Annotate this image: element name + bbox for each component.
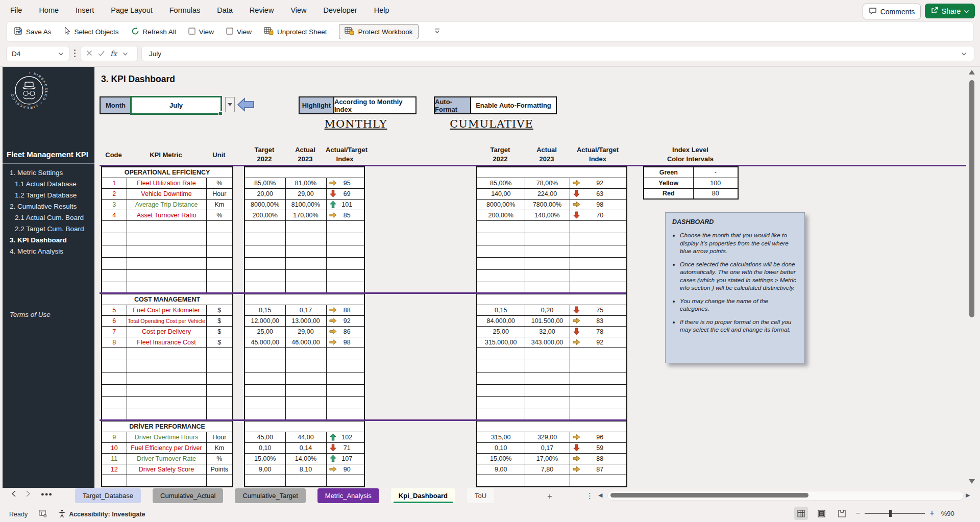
toolbar-button-unprotect-sheet[interactable]: Unprotect Sheet (264, 27, 327, 37)
cell-index: 69 (326, 188, 364, 199)
normal-view-button[interactable] (794, 507, 808, 520)
menu-item-help[interactable]: Help (374, 6, 389, 14)
empty-row (477, 396, 627, 409)
excel-window: FileHomeInsertPage LayoutFormulasDataRev… (0, 0, 980, 522)
hscroll-left-icon[interactable]: ◀ (598, 492, 602, 499)
sidebar-item-2-cumulative-results[interactable]: 2. Cumulative Results (3, 201, 94, 212)
sheet-options-icon[interactable]: ⋮ (586, 491, 594, 501)
toolbar-button-select-objects[interactable]: Select Objects (64, 27, 119, 37)
menu-item-data[interactable]: Data (217, 6, 233, 14)
highlight-control[interactable]: Highlight According to Monthly Index (299, 96, 416, 114)
macro-record-icon[interactable] (39, 510, 47, 519)
menu-item-insert[interactable]: Insert (76, 6, 94, 14)
zoom-out-icon[interactable]: − (855, 509, 860, 518)
sidebar-item-1-1-actual-database[interactable]: 1.1 Actual Database (3, 179, 94, 190)
empty-row (102, 360, 233, 372)
menu-item-home[interactable]: Home (39, 6, 59, 14)
horizontal-scroll-thumb[interactable] (610, 493, 808, 498)
vertical-scrollbar[interactable] (968, 68, 976, 486)
menu-item-file[interactable]: File (10, 6, 22, 14)
sidebar-item-3-kpi-dashboard[interactable]: 3. KPI Dashboard (3, 235, 94, 246)
formula-input[interactable]: July (141, 46, 974, 61)
month-value-cell[interactable]: July (131, 96, 222, 114)
empty-cell (244, 475, 285, 487)
legend-label-cell: Green (644, 167, 693, 178)
toolbar-button-save-as[interactable]: Save As (14, 27, 52, 37)
cell-unit: % (206, 453, 233, 464)
enter-check-icon[interactable] (98, 49, 105, 58)
month-selector: Month July (100, 96, 222, 114)
page-layout-view-button[interactable] (815, 507, 828, 520)
cell-index: 70 (570, 210, 627, 220)
cell-target: 0,10 (244, 442, 285, 453)
sidebar-item-4-metric-analysis[interactable]: 4. Metric Analysis (3, 246, 94, 257)
sheet-tab-cumulative-actual[interactable]: Cumulative_Actual (153, 488, 223, 503)
toolbar-button-view[interactable]: View (188, 28, 214, 36)
page-break-view-button[interactable] (835, 507, 849, 520)
empty-cell (285, 360, 326, 372)
empty-cell (206, 257, 233, 269)
cell-index: 83 (570, 315, 627, 326)
empty-cell (127, 257, 206, 269)
autoformat-control[interactable]: Auto-Format Enable Auto-Formatting (434, 96, 557, 114)
zoom-in-icon[interactable]: + (929, 509, 934, 518)
accessibility-status[interactable]: Accessibility: Investigate (58, 509, 145, 519)
menu-item-developer[interactable]: Developer (324, 6, 357, 14)
cell-index: 101 (326, 199, 364, 210)
highlight-value-cell[interactable]: According to Monthly Index (334, 97, 415, 113)
month-dropdown-button[interactable] (225, 97, 235, 112)
index-indicator: 95 (327, 179, 364, 187)
cancel-icon[interactable] (86, 49, 92, 58)
sidebar-item-1-2-target-database[interactable]: 1.2 Target Database (3, 190, 94, 201)
kpi-row: 15,00%14,00%107 (244, 453, 364, 464)
vertical-scroll-thumb[interactable] (969, 80, 974, 317)
section-header-cell: OPERATİONAL EFFİCİENCY (102, 167, 233, 178)
kpi-row: 5Fuel Cost per Kilometer$ (102, 305, 233, 315)
menu-item-view[interactable]: View (290, 6, 306, 14)
ribbon-overflow-button[interactable] (434, 28, 440, 36)
sidebar-item-2-2-target-cum-board[interactable]: 2.2 Target Cum. Board (3, 223, 94, 235)
sheet-tab-metric-analysis[interactable]: Metric_Analysis (317, 488, 379, 503)
scroll-up-icon[interactable] (969, 70, 975, 74)
empty-cell (244, 269, 285, 282)
legend-value-cell: 80 (693, 188, 738, 199)
zoom-slider[interactable] (865, 513, 925, 514)
cell-metric: Driver Safety Score (127, 464, 206, 475)
sheet-tab-tou[interactable]: ToU (467, 488, 494, 503)
chevron-down-icon[interactable] (961, 50, 967, 58)
menu-item-page-layout[interactable]: Page Layout (111, 6, 152, 14)
autoformat-value-cell[interactable]: Enable Auto-Formatting (471, 97, 556, 113)
comments-button[interactable]: Comments (863, 4, 921, 19)
cell-index: 88 (570, 453, 627, 464)
sidebar-item-terms-of-use[interactable]: Terms of Use (10, 311, 51, 318)
toolbar-button-protect-workbook[interactable]: Protect Workbook (339, 24, 418, 39)
scroll-down-icon[interactable] (969, 479, 975, 484)
sidebar-item-1-metric-settings[interactable]: 1. Metric Settings (3, 167, 94, 179)
cell-target: 45.000,00 (244, 337, 285, 347)
legend-label-cell: Red (644, 188, 693, 199)
chevron-down-icon[interactable] (58, 50, 64, 58)
tabs-next-icon[interactable] (26, 490, 31, 497)
horizontal-scrollbar[interactable] (607, 491, 964, 501)
fx-icon[interactable]: fx (110, 49, 117, 58)
fill-handle[interactable] (218, 111, 223, 115)
sheet-tab-kpi-dashboard[interactable]: Kpi_Dashboard (391, 488, 455, 503)
tabs-prev-icon[interactable] (11, 490, 16, 497)
tabs-more-icon[interactable]: ●●● (41, 491, 53, 497)
sidebar-item-2-1-actual-cum-board[interactable]: 2.1 Actual Cum. Board (3, 212, 94, 223)
menu-item-review[interactable]: Review (250, 6, 274, 14)
toolbar-button-refresh-all[interactable]: Refresh All (131, 27, 176, 37)
zoom-slider-thumb[interactable] (889, 510, 892, 517)
hscroll-right-icon[interactable]: ▶ (966, 492, 970, 499)
cell-actual: 0,17 (525, 442, 570, 453)
empty-cell (525, 372, 570, 384)
chevron-down-icon[interactable] (122, 49, 128, 58)
kpi-row: 8000,00%8100,00%101 (244, 199, 364, 210)
sheet-tab-target-database[interactable]: Target_Database (75, 488, 141, 503)
toolbar-button-view[interactable]: View (226, 28, 252, 36)
add-sheet-icon[interactable]: + (547, 491, 552, 502)
sheet-tab-cumulative-target[interactable]: Cumulative_Target (235, 488, 305, 503)
menu-item-formulas[interactable]: Formulas (169, 6, 200, 14)
name-box[interactable]: D4 (6, 46, 69, 61)
share-button[interactable]: Share (925, 4, 975, 18)
